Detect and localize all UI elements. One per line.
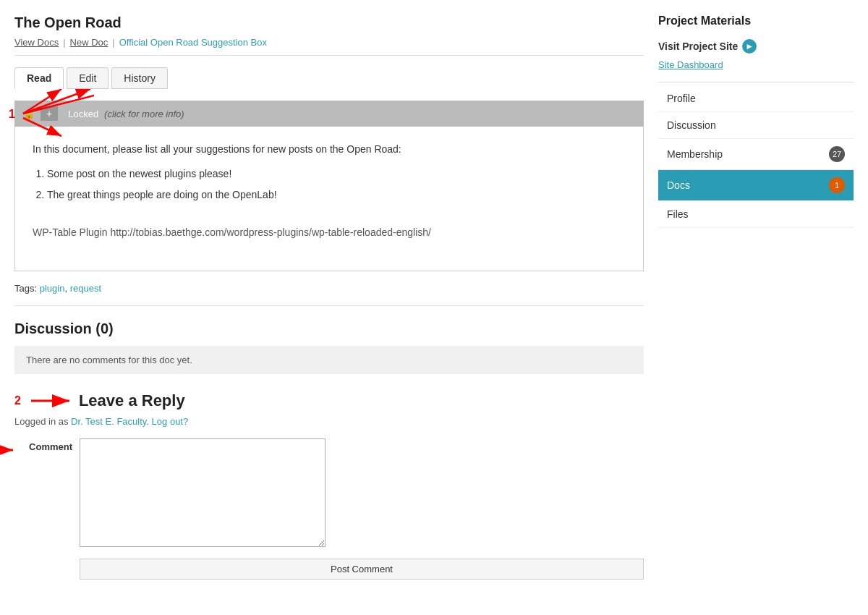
arrow-3-icon	[0, 441, 17, 459]
tabs-bar: Read Edit History	[14, 67, 644, 89]
comment-textarea[interactable]	[80, 438, 326, 547]
plus-button[interactable]: +	[41, 106, 58, 121]
visit-arrow-icon: ►	[742, 39, 757, 54]
tags-line: Tags: plugin, request	[14, 283, 644, 306]
tag-plugin[interactable]: plugin	[40, 283, 65, 294]
separator-2: |	[112, 37, 114, 48]
membership-badge: 27	[829, 146, 845, 162]
docs-badge: 1	[829, 177, 845, 193]
sidebar-item-membership-label: Membership	[667, 148, 723, 160]
sidebar-visit-project[interactable]: Visit Project Site ►	[658, 39, 854, 54]
sidebar-title: Project Materials	[658, 14, 854, 30]
post-comment-button[interactable]: Post Comment	[80, 559, 644, 580]
site-dashboard-link[interactable]: Site Dashboard	[658, 59, 854, 70]
doc-links: View Docs | New Doc | Official Open Road…	[14, 37, 644, 56]
tag-request[interactable]: request	[70, 283, 101, 294]
sidebar-item-membership[interactable]: Membership 27	[658, 139, 854, 170]
sidebar-divider	[658, 82, 854, 82]
sidebar-item-discussion-label: Discussion	[667, 119, 716, 131]
sidebar-item-profile-label: Profile	[667, 93, 696, 104]
tags-label: Tags:	[14, 283, 37, 294]
doc-list-item-2: The great things people are doing on the…	[47, 187, 626, 203]
sidebar-item-files-label: Files	[667, 208, 689, 220]
visit-project-label: Visit Project Site	[658, 41, 738, 52]
no-comments-bar: There are no comments for this doc yet.	[14, 346, 644, 374]
tab-read[interactable]: Read	[14, 67, 64, 89]
comment-form: 3 Comment Post Comment	[14, 438, 644, 580]
logged-in-text: Logged in as Dr. Test E. Faculty. Log ou…	[14, 416, 644, 427]
doc-list-item-1: Some post on the newest plugins please!	[47, 166, 626, 182]
tab-history[interactable]: History	[111, 67, 168, 89]
comment-label: Comment	[14, 438, 80, 452]
annotation-number-2: 2	[14, 394, 21, 407]
sidebar-item-profile[interactable]: Profile	[658, 85, 854, 112]
sidebar-item-docs-label: Docs	[667, 179, 690, 191]
sidebar-item-files[interactable]: Files	[658, 201, 854, 228]
locked-bar[interactable]: 🔒 + Locked (click for more info)	[14, 101, 644, 127]
main-content: The Open Road View Docs | New Doc | Offi…	[14, 14, 644, 601]
suggestion-box-link[interactable]: Official Open Road Suggestion Box	[119, 37, 267, 48]
arrow-2-icon	[30, 392, 73, 410]
leave-reply-section: 2 Leave a Reply Logged in as Dr. Test E.…	[14, 391, 644, 580]
doc-intro: In this document, please list all your s…	[33, 141, 626, 157]
annotation-3: 3	[0, 441, 17, 459]
sidebar-item-discussion[interactable]: Discussion	[658, 112, 854, 139]
sidebar-item-docs[interactable]: Docs 1	[658, 170, 854, 201]
logout-link[interactable]: Log out?	[152, 416, 189, 427]
logged-in-user-link[interactable]: Dr. Test E. Faculty	[71, 416, 146, 427]
click-info: (click for more info)	[104, 109, 184, 119]
comment-row: 3 Comment	[14, 438, 644, 547]
separator-1: |	[63, 37, 65, 48]
annotation-2: 2 Leave a Reply	[14, 391, 644, 410]
sidebar-nav: Profile Discussion Membership 27 Docs 1 …	[658, 85, 854, 228]
locked-text: Locked	[68, 109, 98, 119]
lock-icon: 🔒	[23, 109, 35, 119]
tab-edit[interactable]: Edit	[67, 67, 109, 89]
page-title: The Open Road	[14, 14, 644, 31]
view-docs-link[interactable]: View Docs	[14, 37, 59, 48]
sidebar: Project Materials Visit Project Site ► S…	[658, 14, 854, 601]
doc-list: Some post on the newest plugins please! …	[47, 166, 626, 203]
new-doc-link[interactable]: New Doc	[70, 37, 109, 48]
discussion-title: Discussion (0)	[14, 321, 644, 337]
wp-table-note: WP-Table Plugin http://tobias.baethge.co…	[33, 224, 626, 240]
doc-body: In this document, please list all your s…	[14, 127, 644, 271]
leave-reply-title: Leave a Reply	[79, 391, 185, 410]
